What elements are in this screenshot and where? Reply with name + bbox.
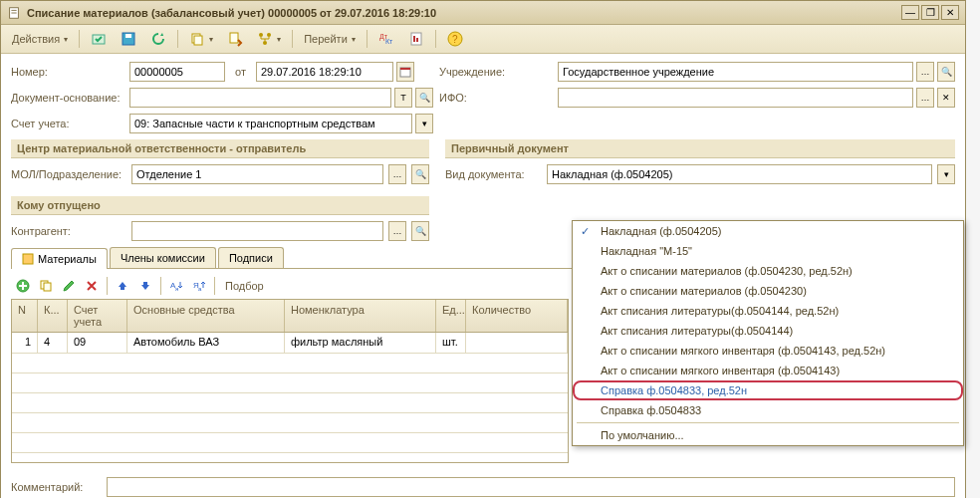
- popup-item-default[interactable]: По умолчанию...: [573, 425, 963, 445]
- document-icon: [7, 6, 21, 20]
- docbase-input[interactable]: [129, 88, 391, 108]
- clear-icon[interactable]: ✕: [937, 88, 955, 108]
- contractor-input[interactable]: [131, 221, 383, 241]
- tab-materials[interactable]: Материалы: [11, 248, 108, 269]
- maximize-button[interactable]: ❐: [921, 5, 939, 20]
- date-input[interactable]: [256, 62, 393, 82]
- number-input[interactable]: [129, 62, 225, 82]
- ifo-label: ИФО:: [439, 92, 554, 104]
- sort-asc-icon[interactable]: Aя: [166, 276, 186, 296]
- lookup-icon[interactable]: 🔍: [411, 221, 429, 241]
- svg-rect-15: [413, 36, 415, 42]
- dropdown-icon[interactable]: ▾: [415, 114, 433, 133]
- popup-item[interactable]: Накладная (ф.0504205): [573, 221, 963, 241]
- popup-item[interactable]: Справка ф.0504833: [573, 400, 963, 420]
- post-icon[interactable]: [86, 28, 112, 50]
- popup-separator: [577, 422, 959, 423]
- col-unit[interactable]: Ед...: [436, 300, 466, 332]
- svg-rect-8: [230, 33, 238, 43]
- account-select[interactable]: [129, 114, 412, 133]
- popup-item[interactable]: Акт списания литературы(ф.0504144): [573, 321, 963, 341]
- window-title: Списание материалов (забалансовый учет) …: [27, 7, 901, 19]
- popup-item[interactable]: Акт списания литературы(ф.0504144, ред.5…: [573, 301, 963, 321]
- date-picker-icon[interactable]: [396, 62, 414, 82]
- svg-point-11: [263, 41, 267, 45]
- col-fixed-assets[interactable]: Основные средства: [127, 300, 285, 332]
- ifo-input[interactable]: [558, 88, 913, 108]
- actions-menu[interactable]: Действия: [7, 30, 73, 48]
- svg-rect-20: [400, 68, 410, 70]
- sort-desc-icon[interactable]: Яa: [189, 276, 209, 296]
- svg-rect-16: [416, 38, 418, 42]
- svg-text:a: a: [198, 286, 202, 292]
- selection-button[interactable]: Подбор: [220, 277, 269, 295]
- select-button[interactable]: …: [916, 62, 934, 82]
- structure-icon[interactable]: [252, 28, 286, 50]
- col-nomenclature[interactable]: Номенклатура: [285, 300, 436, 332]
- copy-icon[interactable]: [184, 28, 218, 50]
- col-n[interactable]: N: [12, 300, 38, 332]
- text-type-icon[interactable]: T: [394, 88, 412, 108]
- print-menu-popup: Накладная (ф.0504205) Накладная "М-15" А…: [572, 220, 964, 446]
- go-menu[interactable]: Перейти: [299, 30, 361, 48]
- svg-point-9: [259, 33, 263, 37]
- select-button[interactable]: …: [916, 88, 934, 108]
- titlebar: Списание материалов (забалансовый учет) …: [1, 1, 965, 25]
- mol-input[interactable]: [131, 164, 383, 184]
- col-k[interactable]: К...: [38, 300, 68, 332]
- mol-label: МОЛ/Подразделение:: [11, 168, 125, 180]
- minimize-button[interactable]: —: [901, 5, 919, 20]
- contractor-label: Контрагент:: [11, 225, 125, 237]
- select-button[interactable]: …: [388, 164, 406, 184]
- comment-input[interactable]: [107, 477, 955, 497]
- dropdown-icon[interactable]: ▾: [937, 164, 955, 184]
- doctype-label: Вид документа:: [445, 168, 541, 180]
- close-window-button[interactable]: ✕: [941, 5, 959, 20]
- docbase-label: Документ-основание:: [11, 92, 125, 104]
- add-row-icon[interactable]: [13, 276, 33, 296]
- tab-commission[interactable]: Члены комиссии: [110, 247, 216, 268]
- lookup-icon[interactable]: 🔍: [415, 88, 433, 108]
- comment-label: Комментарий:: [11, 481, 101, 493]
- dt-kt-icon[interactable]: ДтКт: [373, 28, 399, 50]
- svg-rect-24: [44, 283, 51, 291]
- col-quantity[interactable]: Количество: [466, 300, 568, 332]
- account-label: Счет учета:: [11, 118, 125, 129]
- svg-rect-26: [143, 282, 147, 285]
- lookup-icon[interactable]: 🔍: [937, 62, 955, 82]
- popup-item[interactable]: Акт о списании мягкого инвентаря (ф.0504…: [573, 361, 963, 380]
- help-icon[interactable]: ?: [442, 28, 468, 50]
- doctype-select[interactable]: [547, 164, 932, 184]
- number-label: Номер:: [11, 66, 125, 78]
- primary-doc-header: Первичный документ: [445, 139, 955, 158]
- popup-item[interactable]: Накладная "М-15": [573, 241, 963, 261]
- report-icon[interactable]: [403, 28, 429, 50]
- sender-section-header: Центр материальной ответственности - отп…: [11, 139, 429, 158]
- col-account[interactable]: Счет учета: [68, 300, 127, 332]
- reread-icon[interactable]: [145, 28, 171, 50]
- svg-text:?: ?: [452, 34, 458, 45]
- svg-text:я: я: [175, 286, 178, 292]
- move-up-icon[interactable]: [113, 276, 132, 296]
- institution-label: Учреждение:: [439, 66, 554, 78]
- svg-rect-21: [23, 254, 33, 264]
- table-row[interactable]: 1 4 09 Автомобиль ВАЗ фильтр масляный шт…: [12, 333, 568, 354]
- popup-item[interactable]: Акт о списании мягкого инвентаря (ф.0504…: [573, 341, 963, 361]
- main-toolbar: Действия Перейти ДтКт ?: [1, 25, 965, 54]
- popup-item-highlighted[interactable]: Справка ф.0504833, ред.52н: [573, 380, 963, 400]
- materials-grid: N К... Счет учета Основные средства Номе…: [11, 299, 569, 463]
- institution-input[interactable]: [558, 62, 913, 82]
- from-label: от: [235, 66, 246, 78]
- tab-signatures[interactable]: Подписи: [218, 247, 284, 268]
- delete-row-icon[interactable]: [82, 276, 102, 296]
- copy-row-icon[interactable]: [36, 276, 56, 296]
- edit-row-icon[interactable]: [59, 276, 79, 296]
- popup-item[interactable]: Акт о списании материалов (ф.0504230): [573, 281, 963, 301]
- move-down-icon[interactable]: [135, 276, 155, 296]
- based-on-icon[interactable]: [222, 28, 248, 50]
- lookup-icon[interactable]: 🔍: [411, 164, 429, 184]
- svg-rect-7: [194, 36, 202, 45]
- save-icon[interactable]: [116, 28, 141, 50]
- select-button[interactable]: …: [388, 221, 406, 241]
- popup-item[interactable]: Акт о списании материалов (ф.0504230, ре…: [573, 261, 963, 281]
